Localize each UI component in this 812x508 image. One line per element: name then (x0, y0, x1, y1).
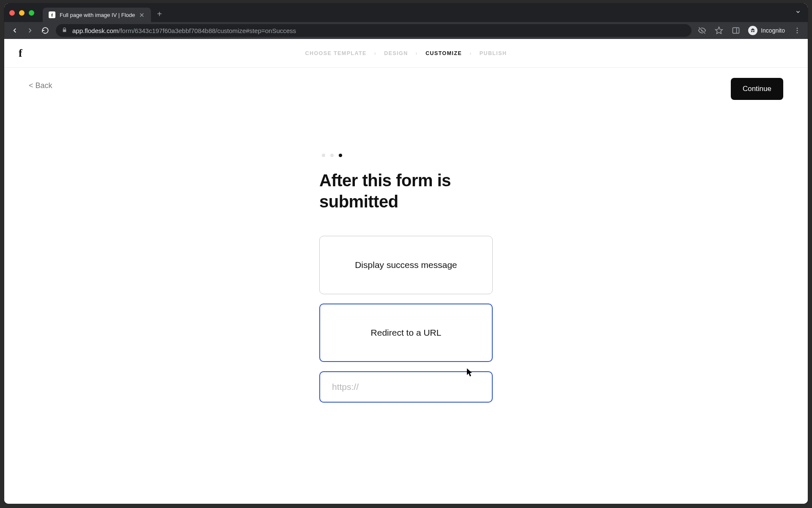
star-icon[interactable] (714, 26, 724, 35)
window-close-icon[interactable] (9, 10, 15, 16)
back-link[interactable]: < Back (29, 81, 52, 90)
svg-point-3 (797, 28, 798, 29)
incognito-badge[interactable]: Incognito (748, 26, 785, 35)
step-dot[interactable] (330, 154, 334, 157)
redirect-url-input[interactable] (319, 371, 493, 403)
page-title: After this form is submitted (319, 170, 493, 212)
window-minimize-icon[interactable] (19, 10, 25, 16)
back-icon[interactable] (10, 27, 19, 34)
option-label: Display success message (355, 260, 457, 270)
eye-off-icon[interactable] (697, 26, 707, 35)
app-header: f CHOOSE TEMPLATE › DESIGN › CUSTOMIZE ›… (4, 39, 808, 68)
new-tab-button[interactable]: + (157, 9, 162, 19)
chevron-right-icon: › (469, 50, 472, 56)
wizard-step-choose-template[interactable]: CHOOSE TEMPLATE (305, 50, 367, 56)
window-zoom-icon[interactable] (29, 10, 34, 16)
wizard-step-design[interactable]: DESIGN (384, 50, 408, 56)
wizard-steps: CHOOSE TEMPLATE › DESIGN › CUSTOMIZE › P… (305, 50, 507, 56)
wizard-step-customize[interactable]: CUSTOMIZE (425, 50, 462, 56)
option-label: Redirect to a URL (371, 328, 442, 338)
option-redirect-url[interactable]: Redirect to a URL (319, 304, 493, 362)
browser-toolbar: app.flodesk.com/form/6343c197f60a3ebbf70… (4, 22, 808, 39)
svg-point-5 (797, 32, 798, 33)
wizard-step-publish[interactable]: PUBLISH (480, 50, 507, 56)
reload-icon[interactable] (41, 27, 50, 34)
form-panel: After this form is submitted Display suc… (319, 154, 493, 403)
address-bar[interactable]: app.flodesk.com/form/6343c197f60a3ebbf70… (56, 24, 691, 37)
browser-tab[interactable]: f Full page with image IV | Flode ✕ (43, 8, 151, 22)
step-dot[interactable] (339, 154, 342, 157)
browser-tabstrip: f Full page with image IV | Flode ✕ + (4, 3, 808, 22)
window-controls (9, 10, 34, 16)
step-dot[interactable] (322, 154, 325, 157)
chevron-down-icon[interactable] (795, 9, 801, 17)
continue-button[interactable]: Continue (731, 78, 783, 100)
forward-icon (25, 27, 35, 34)
panel-icon[interactable] (731, 26, 741, 35)
chevron-right-icon: › (416, 50, 418, 56)
incognito-icon (748, 26, 757, 35)
url-text: app.flodesk.com/form/6343c197f60a3ebbf70… (72, 27, 296, 34)
incognito-label: Incognito (761, 27, 785, 34)
svg-marker-0 (716, 27, 723, 34)
step-dots (319, 154, 493, 157)
kebab-menu-icon[interactable] (793, 27, 802, 34)
tab-title: Full page with image IV | Flode (60, 12, 135, 18)
close-icon[interactable]: ✕ (139, 12, 145, 18)
tab-favicon-icon: f (49, 11, 55, 18)
svg-point-4 (797, 30, 798, 31)
lock-icon (62, 27, 67, 34)
chevron-right-icon: › (374, 50, 377, 56)
app-logo-icon[interactable]: f (19, 47, 22, 60)
option-display-success[interactable]: Display success message (319, 236, 493, 294)
svg-rect-1 (733, 28, 739, 33)
